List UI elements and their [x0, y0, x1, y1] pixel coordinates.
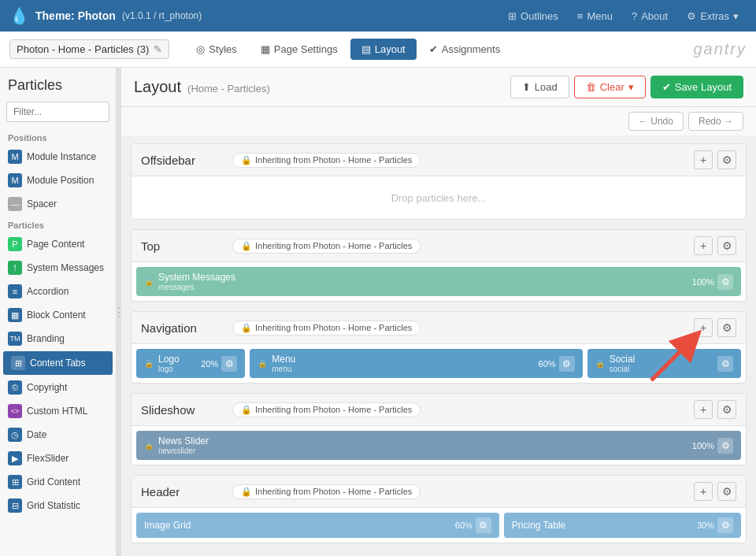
sidebar-item-date[interactable]: ◷ Date — [0, 423, 116, 447]
section-slideshow-name: Slideshow — [141, 403, 220, 417]
tab-styles[interactable]: ◎ Styles — [185, 39, 247, 60]
particle-name: Logo — [158, 354, 180, 365]
sidebar-item-grid-content[interactable]: ⊞ Grid Content — [0, 470, 116, 494]
particle-percent: 60% ⚙ — [455, 517, 491, 533]
tab-assignments[interactable]: ✔ Assignments — [418, 39, 511, 60]
chevron-down-icon: ▾ — [628, 81, 634, 93]
section-top-name: Top — [141, 239, 220, 253]
section-offsidebar-settings[interactable]: ⚙ — [717, 150, 736, 169]
particle-image-grid[interactable]: Image Grid 60% ⚙ — [136, 513, 499, 538]
sidebar-item-accordion[interactable]: ≡ Accordion — [0, 280, 116, 303]
particle-percent: 20% ⚙ — [201, 356, 237, 372]
module-instance-icon: M — [8, 150, 22, 164]
section-header-name: Header — [141, 485, 220, 499]
sidebar-item-system-messages[interactable]: ! System Messages — [0, 256, 116, 280]
sidebar-item-page-content[interactable]: P Page Content — [0, 232, 116, 256]
brand: 💧 Theme: Photon (v1.0.1 / rt_photon) — [9, 6, 202, 25]
load-button[interactable]: ⬆ Load — [510, 76, 569, 98]
nav-outlines[interactable]: ⊞ Outlines — [500, 7, 566, 25]
particle-percent: 100% ⚙ — [692, 274, 733, 290]
section-top-add[interactable]: + — [694, 236, 713, 255]
sidebar-item-branding[interactable]: TM Branding — [0, 327, 116, 350]
particle-percent: 30% ⚙ — [697, 517, 733, 533]
system-messages-icon: ! — [8, 261, 22, 275]
particle-name: Social — [610, 354, 636, 365]
circle-icon: ◎ — [196, 43, 205, 55]
inherit-badge-header: 🔒 Inheriting from Photon - Home - Partic… — [232, 484, 421, 499]
brand-version: (v1.0.1 / rt_photon) — [122, 10, 202, 21]
nav-extras[interactable]: ⚙ Extras ▾ — [679, 7, 747, 25]
section-header-add[interactable]: + — [694, 482, 713, 501]
particle-settings-btn[interactable]: ⚙ — [717, 356, 733, 372]
section-slideshow-settings[interactable]: ⚙ — [717, 400, 736, 419]
nav-about[interactable]: ? About — [624, 7, 676, 25]
sidebar-item-copyright[interactable]: © Copyright — [0, 376, 116, 399]
accordion-icon: ≡ — [8, 284, 22, 298]
grid-content-icon: ⊞ — [8, 475, 22, 489]
particle-pricing-table[interactable]: Pricing Table 30% ⚙ — [504, 513, 741, 538]
particle-system-messages[interactable]: 🔒 System Messages messages 100% ⚙ — [136, 267, 741, 296]
particle-menu[interactable]: 🔒 Menu menu 60% ⚙ — [250, 349, 582, 378]
lock-icon: 🔒 — [241, 323, 252, 333]
sidebar-item-block-content[interactable]: ▦ Block Content — [0, 303, 116, 327]
save-layout-button[interactable]: ✔ Save Layout — [650, 76, 743, 98]
section-offsidebar-header: Offsidebar 🔒 Inheriting from Photon - Ho… — [132, 144, 746, 176]
particle-sub: logo — [158, 365, 180, 373]
sidebar: Particles 🔍 Positions M Module Instance … — [0, 68, 117, 556]
lock-icon: 🔒 — [241, 241, 252, 251]
section-navigation-header: Navigation 🔒 Inheriting from Photon - Ho… — [132, 312, 746, 344]
particles-label: Particles — [0, 216, 116, 232]
section-slideshow-add[interactable]: + — [694, 400, 713, 419]
spacer-icon: — — [8, 197, 22, 211]
sidebar-item-flexslider[interactable]: ▶ FlexSlider — [0, 447, 116, 470]
tab-page-settings[interactable]: ▦ Page Settings — [250, 39, 349, 60]
clear-button[interactable]: 🗑 Clear ▾ — [574, 76, 646, 98]
particle-settings-btn[interactable]: ⚙ — [717, 274, 733, 290]
sidebar-item-content-tabs[interactable]: ⊞ Content Tabs — [3, 351, 113, 375]
section-offsidebar-add[interactable]: + — [694, 150, 713, 169]
section-header-settings[interactable]: ⚙ — [717, 482, 736, 501]
particle-settings-btn[interactable]: ⚙ — [476, 517, 491, 533]
sidebar-item-module-position[interactable]: M Module Position — [0, 169, 116, 192]
particle-sub: menu — [272, 365, 295, 373]
section-header: Header 🔒 Inheriting from Photon - Home -… — [131, 475, 747, 543]
particle-sub: messages — [158, 283, 235, 291]
sidebar-item-grid-statistic[interactable]: ⊟ Grid Statistic — [0, 494, 116, 517]
section-top-actions: + ⚙ — [694, 236, 736, 255]
section-top-settings[interactable]: ⚙ — [717, 236, 736, 255]
particle-logo[interactable]: 🔒 Logo logo 20% ⚙ — [136, 349, 245, 378]
pencil-icon[interactable]: ✎ — [154, 43, 162, 55]
particle-settings-btn[interactable]: ⚙ — [717, 438, 733, 454]
particle-settings-btn[interactable]: ⚙ — [221, 356, 237, 372]
nav-menu[interactable]: ≡ Menu — [569, 7, 621, 25]
section-top: Top 🔒 Inheriting from Photon - Home - Pa… — [131, 229, 747, 302]
tab-layout[interactable]: ▤ Layout — [350, 39, 417, 60]
lock-icon: 🔒 — [241, 155, 252, 165]
particle-settings-btn[interactable]: ⚙ — [559, 356, 575, 372]
particle-name: System Messages — [158, 272, 235, 283]
sidebar-item-spacer[interactable]: — Spacer — [0, 192, 116, 216]
undo-button[interactable]: ← Undo — [628, 112, 684, 131]
particle-social[interactable]: 🔒 Social social ⚙ — [587, 349, 741, 378]
info-icon: ? — [632, 10, 637, 22]
particle-name: Menu — [272, 354, 295, 365]
lock-icon: 🔒 — [258, 359, 267, 368]
search-input[interactable] — [7, 102, 109, 121]
sidebar-item-custom-html[interactable]: <> Custom HTML — [0, 399, 116, 423]
section-navigation-add[interactable]: + — [694, 318, 713, 337]
page-icon: ▦ — [261, 43, 270, 55]
particle-sub: social — [610, 365, 636, 373]
outline-selector-text: Photon - Home - Particles (3) — [17, 43, 149, 55]
particle-percent: 100% ⚙ — [692, 438, 733, 454]
outline-selector[interactable]: Photon - Home - Particles (3) ✎ — [9, 39, 169, 59]
redo-button[interactable]: Redo → — [688, 112, 743, 131]
module-position-icon: M — [8, 173, 22, 187]
section-slideshow-actions: + ⚙ — [694, 400, 736, 419]
sidebar-item-module-instance[interactable]: M Module Instance — [0, 145, 116, 169]
particle-news-slider[interactable]: 🔒 News Slider newsslider 100% ⚙ — [136, 431, 741, 460]
particle-settings-btn[interactable]: ⚙ — [717, 517, 733, 533]
gear-icon: ⚙ — [687, 10, 696, 22]
section-navigation-settings[interactable]: ⚙ — [717, 318, 736, 337]
positions-label: Positions — [0, 128, 116, 145]
copyright-icon: © — [8, 380, 22, 395]
